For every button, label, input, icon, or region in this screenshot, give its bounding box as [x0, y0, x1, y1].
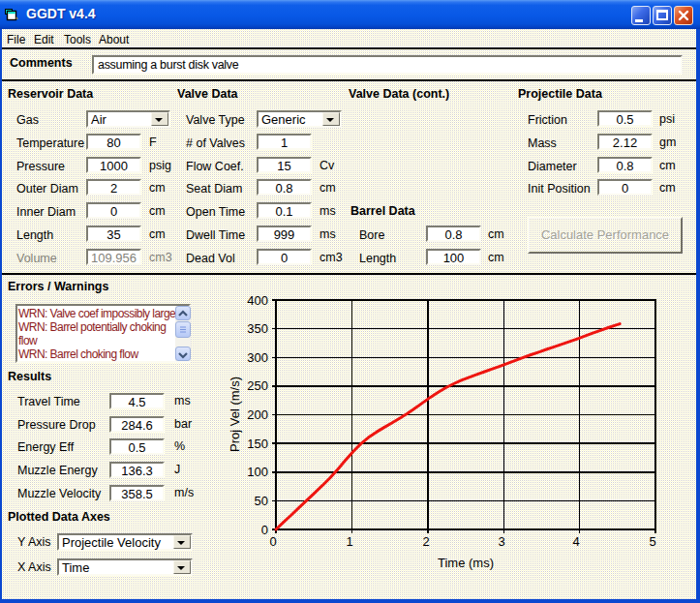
svg-text:200: 200 [247, 407, 268, 422]
svg-text:0: 0 [269, 534, 276, 549]
svg-text:1: 1 [346, 534, 352, 549]
svg-text:Time (ms): Time (ms) [438, 556, 494, 570]
svg-text:4: 4 [572, 534, 579, 549]
svg-text:250: 250 [247, 378, 268, 393]
svg-text:150: 150 [247, 437, 268, 451]
svg-text:50: 50 [255, 494, 268, 508]
svg-text:2: 2 [422, 534, 429, 549]
svg-text:3: 3 [498, 534, 504, 549]
svg-text:400: 400 [247, 293, 268, 308]
svg-text:300: 300 [247, 350, 268, 365]
svg-text:0: 0 [261, 523, 268, 537]
svg-text:350: 350 [247, 321, 268, 336]
svg-text:100: 100 [247, 465, 268, 479]
svg-text:Proj Vel (m/s): Proj Vel (m/s) [228, 377, 242, 452]
svg-text:5: 5 [649, 534, 655, 549]
